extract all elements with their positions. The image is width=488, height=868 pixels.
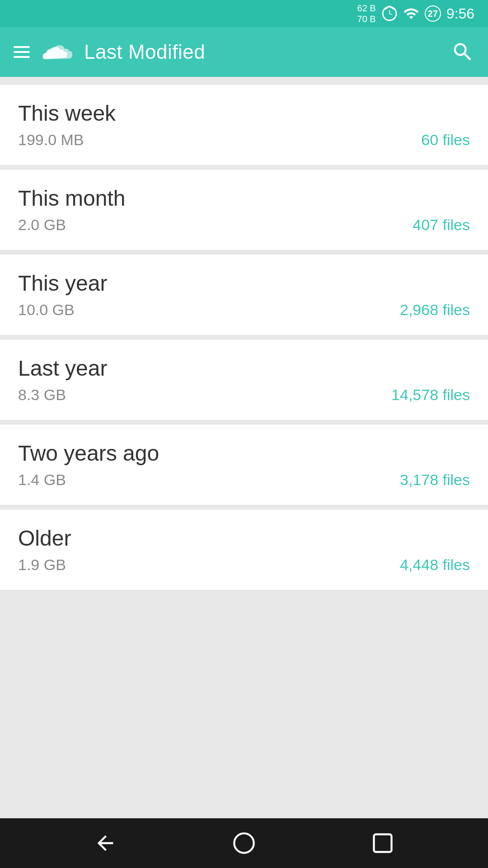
hamburger-menu[interactable]	[14, 46, 30, 58]
app-logo	[41, 40, 73, 64]
item-size: 2.0 GB	[18, 216, 66, 234]
list-item[interactable]: Last year 8.3 GB 14,578 files	[0, 339, 488, 420]
item-files: 2,968 files	[400, 301, 470, 319]
alarm-icon	[381, 5, 398, 22]
data-indicator: 62 B 70 B	[357, 3, 376, 24]
item-size: 8.3 GB	[18, 386, 66, 404]
item-files: 60 files	[421, 131, 470, 149]
back-button[interactable]	[89, 827, 122, 859]
item-title: This year	[18, 271, 470, 296]
item-size: 10.0 GB	[18, 301, 75, 319]
notification-badge: 27	[425, 5, 441, 22]
item-title: Last year	[18, 356, 470, 381]
item-title: This month	[18, 186, 470, 211]
list-item[interactable]: Older 1.9 GB 4,448 files	[0, 509, 488, 590]
app-title: Last Modified	[84, 41, 205, 63]
back-icon	[94, 831, 117, 855]
list-item[interactable]: This year 10.0 GB 2,968 files	[0, 254, 488, 335]
item-title: This week	[18, 101, 470, 126]
item-size: 1.9 GB	[18, 556, 66, 574]
list-item[interactable]: This month 2.0 GB 407 files	[0, 169, 488, 250]
item-files: 407 files	[413, 216, 470, 234]
home-icon	[232, 831, 256, 855]
item-size: 1.4 GB	[18, 471, 66, 489]
status-bar: 62 B 70 B 27 9:56	[0, 0, 488, 27]
signal-icon	[403, 5, 419, 22]
list-item[interactable]: This week 199.0 MB 60 files	[0, 84, 488, 165]
bottom-nav	[0, 818, 488, 868]
home-button[interactable]	[228, 827, 260, 859]
search-icon	[451, 40, 474, 64]
list-item[interactable]: Two years ago 1.4 GB 3,178 files	[0, 424, 488, 505]
item-files: 4,448 files	[400, 556, 470, 574]
content-list: This week 199.0 MB 60 files This month 2…	[0, 77, 488, 818]
item-title: Older	[18, 526, 470, 551]
recents-icon	[371, 831, 394, 855]
status-time: 9:56	[446, 5, 474, 22]
item-files: 3,178 files	[400, 471, 470, 489]
recents-button[interactable]	[366, 827, 399, 859]
app-bar: Last Modified	[0, 27, 488, 77]
item-title: Two years ago	[18, 441, 470, 466]
search-button[interactable]	[451, 40, 474, 64]
svg-rect-1	[374, 835, 391, 852]
item-size: 199.0 MB	[18, 131, 84, 149]
item-files: 14,578 files	[391, 386, 470, 404]
svg-point-0	[234, 833, 253, 853]
